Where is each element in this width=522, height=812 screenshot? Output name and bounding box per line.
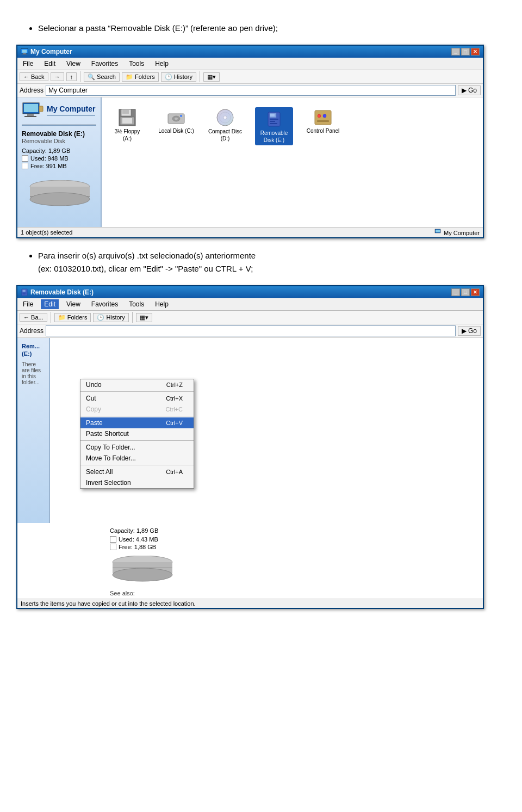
menu-edit-2[interactable]: Edit <box>41 299 59 309</box>
address-bar-2: Address ▶ Go <box>17 324 483 338</box>
menu-edit-1[interactable]: Edit <box>41 59 59 69</box>
ctx-paste-shortcut[interactable]: Paste Shortcut <box>80 428 194 439</box>
menu-tools-1[interactable]: Tools <box>126 59 147 69</box>
svg-rect-30 <box>270 121 275 122</box>
ctx-paste-shortcut: Ctrl+V <box>166 420 183 426</box>
ctx-invert-selection[interactable]: Invert Selection <box>80 477 194 488</box>
bullet-1-text: Selecionar a pasta “Removable Disk (E:)”… <box>38 22 506 35</box>
ctx-invert-selection-label: Invert Selection <box>86 479 131 487</box>
title-bar-buttons-1: _ □ ✕ <box>451 48 480 56</box>
back-button-1[interactable]: ← Back <box>20 72 48 81</box>
cd-icon <box>215 107 235 128</box>
hdd-icon <box>166 107 187 128</box>
ctx-undo-shortcut: Ctrl+Z <box>166 382 183 388</box>
forward-button-1[interactable]: → <box>51 72 64 81</box>
maximize-button-2[interactable]: □ <box>461 288 470 296</box>
mycomp-sidebar-2: Rem...(E:) There are files in this folde… <box>17 338 50 523</box>
free-checkbox-2 <box>110 544 116 550</box>
icon-control-panel[interactable]: Control Panel <box>304 107 342 145</box>
menu-favorites-1[interactable]: Favorites <box>88 59 121 69</box>
folders-button-1[interactable]: 📁 Folders <box>122 72 159 82</box>
disk-visual-2 <box>110 556 476 587</box>
svg-point-33 <box>318 114 321 118</box>
svg-rect-28 <box>270 114 275 116</box>
menu-favorites-2[interactable]: Favorites <box>88 299 121 309</box>
menu-bar-2: File Edit View Favorites Tools Help <box>17 298 483 311</box>
status-bar-2: Inserts the items you have copied or cut… <box>17 599 483 608</box>
menu-help-2[interactable]: Help <box>152 299 172 309</box>
svg-rect-2 <box>23 53 26 54</box>
local-disk-label: Local Disk (C:) <box>158 128 194 134</box>
menu-bar-1: File Edit View Favorites Tools Help <box>17 58 483 70</box>
address-label-1: Address <box>20 87 44 94</box>
ctx-sep-3 <box>80 440 194 441</box>
ctx-undo[interactable]: Undo Ctrl+Z <box>80 379 194 390</box>
minimize-button-1[interactable]: _ <box>451 48 460 56</box>
go-button-1[interactable]: ▶ Go <box>458 85 481 95</box>
toolbar-sep-3 <box>51 312 51 323</box>
search-button-1[interactable]: 🔍 Search <box>84 72 120 82</box>
ctx-cut[interactable]: Cut Ctrl+X <box>80 393 194 404</box>
menu-tools-2[interactable]: Tools <box>126 299 147 309</box>
ctx-cut-label: Cut <box>86 395 96 402</box>
views-button-2[interactable]: ▦▾ <box>136 313 152 322</box>
ctx-copy[interactable]: Copy Ctrl+C <box>80 404 194 415</box>
ctx-select-all[interactable]: Select All Ctrl+A <box>80 466 194 477</box>
ctx-copy-to-folder[interactable]: Copy To Folder... <box>80 442 194 453</box>
folders-button-2[interactable]: 📁 Folders <box>54 313 91 322</box>
back-button-2[interactable]: ← Ba... <box>20 313 47 322</box>
ctx-sep-1 <box>80 391 194 392</box>
history-button-1[interactable]: 🕒 History <box>161 72 196 82</box>
control-panel-label: Control Panel <box>307 128 340 134</box>
history-button-2[interactable]: 🕒 History <box>93 313 128 322</box>
floppy-icon <box>117 107 138 128</box>
views-button-1[interactable]: ▦▾ <box>203 72 220 82</box>
close-button-1[interactable]: ✕ <box>471 48 480 56</box>
disk-visual-1 <box>27 180 91 212</box>
ctx-paste-label: Paste <box>86 419 103 427</box>
up-button-1[interactable]: ↑ <box>66 72 77 81</box>
menu-view-1[interactable]: View <box>63 59 84 69</box>
address-input-1[interactable] <box>46 85 456 96</box>
ctx-select-all-shortcut: Ctrl+A <box>166 469 183 475</box>
icon-floppy[interactable]: 3½ Floppy(A:) <box>108 107 146 145</box>
ctx-paste[interactable]: Paste Ctrl+V <box>80 417 194 428</box>
icon-local-disk[interactable]: Local Disk (C:) <box>157 107 195 145</box>
mycomputer-title-icon <box>21 48 28 56</box>
svg-rect-40 <box>23 293 27 293</box>
menu-help-1[interactable]: Help <box>152 59 172 69</box>
drive-capacity-1: Capacity: 1,89 GB Used: 948 MB Free: 991… <box>22 147 96 169</box>
minimize-button-2[interactable]: _ <box>451 288 460 296</box>
address-label-2: Address <box>20 327 44 335</box>
svg-rect-39 <box>23 290 26 292</box>
icons-grid-1: 3½ Floppy(A:) Local Disk (C:) <box>108 102 476 151</box>
svg-rect-7 <box>24 116 36 117</box>
title-bar-text-1: My Computer <box>30 48 72 56</box>
used-row-1: Used: 948 MB <box>22 155 96 162</box>
main-content-1: 3½ Floppy(A:) Local Disk (C:) <box>102 97 483 227</box>
menu-file-1[interactable]: File <box>20 59 36 69</box>
icon-removable[interactable]: RemovableDisk (E:) <box>255 107 293 145</box>
bullet-section-1: Selecionar a pasta “Removable Disk (E:)”… <box>16 22 506 35</box>
close-button-2[interactable]: ✕ <box>471 288 480 296</box>
menu-file-2[interactable]: File <box>20 299 36 309</box>
icon-cd[interactable]: Compact Disc(D:) <box>206 107 244 145</box>
svg-point-20 <box>175 118 178 120</box>
removable-title-icon <box>21 288 28 296</box>
floppy-label: 3½ Floppy(A:) <box>115 128 140 142</box>
address-input-2[interactable] <box>46 325 456 336</box>
controlpanel-icon <box>313 107 333 128</box>
ctx-move-to-folder[interactable]: Move To Folder... <box>80 453 194 464</box>
sidebar-title-2: Rem...(E:) <box>22 342 45 358</box>
sidebar-info-2: There are files in this folder... <box>22 361 45 385</box>
see-also-2: See also: <box>110 590 476 596</box>
free-text-1: Free: 991 MB <box>30 163 67 169</box>
capacity-text-1: Capacity: 1,89 GB <box>22 147 96 154</box>
cd-label: Compact Disc(D:) <box>208 128 242 142</box>
menu-view-2[interactable]: View <box>63 299 84 309</box>
toolbar-2: ← Ba... 📁 Folders 🕒 History ▦▾ <box>17 311 483 324</box>
toolbar-sep-4 <box>132 312 133 323</box>
go-button-2[interactable]: ▶ Go <box>458 326 481 336</box>
bullet-2-line1: Para inserir o(s) arquivo(s) .txt seleci… <box>38 251 256 260</box>
maximize-button-1[interactable]: □ <box>461 48 470 56</box>
